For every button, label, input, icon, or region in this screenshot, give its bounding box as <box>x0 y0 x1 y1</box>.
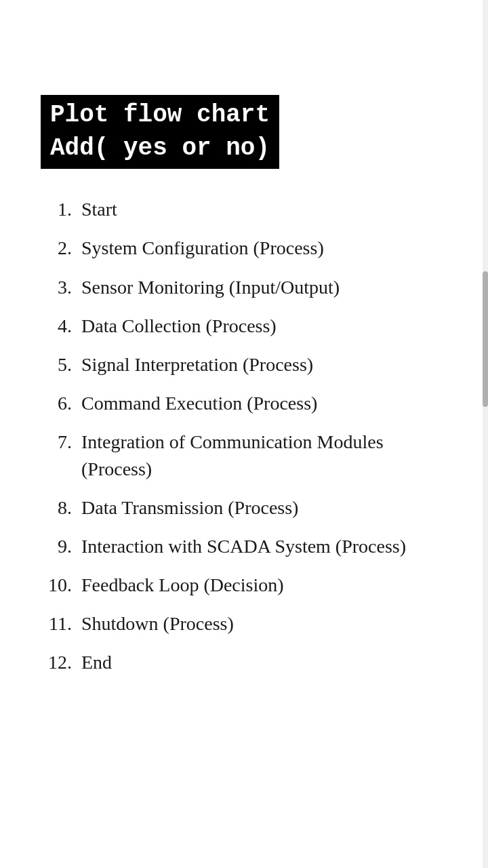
list-item: 5.Signal Interpretation (Process) <box>41 351 447 378</box>
item-number: 8. <box>41 494 81 521</box>
item-text: End <box>81 649 447 675</box>
item-number: 11. <box>41 610 81 637</box>
item-number: 12. <box>41 649 81 675</box>
list-item: 8.Data Transmission (Process) <box>41 494 447 521</box>
list-item: 12.End <box>41 649 447 675</box>
item-number: 7. <box>41 429 81 455</box>
scrollbar[interactable] <box>483 0 488 868</box>
list-item: 3.Sensor Monitoring (Input/Output) <box>41 274 447 300</box>
title-line1: Plot flow chart <box>50 99 270 132</box>
item-text: Shutdown (Process) <box>81 610 447 637</box>
item-text: Command Execution (Process) <box>81 390 447 416</box>
list-item: 1.Start <box>41 196 447 222</box>
page-container: Plot flow chart Add( yes or no) 1.Start2… <box>0 0 488 868</box>
item-text: System Configuration (Process) <box>81 235 447 261</box>
item-number: 9. <box>41 533 81 559</box>
scrollbar-thumb <box>483 271 488 407</box>
list-item: 10.Feedback Loop (Decision) <box>41 572 447 598</box>
list-item: 4.Data Collection (Process) <box>41 313 447 339</box>
item-number: 5. <box>41 351 81 378</box>
item-text: Sensor Monitoring (Input/Output) <box>81 274 447 300</box>
items-list: 1.Start2.System Configuration (Process)3… <box>41 196 447 675</box>
item-number: 4. <box>41 313 81 339</box>
list-item: 2.System Configuration (Process) <box>41 235 447 261</box>
item-text: Integration of Communication Modules (Pr… <box>81 429 447 481</box>
item-number: 10. <box>41 572 81 598</box>
item-number: 6. <box>41 390 81 416</box>
list-item: 9.Interaction with SCADA System (Process… <box>41 533 447 559</box>
item-text: Data Collection (Process) <box>81 313 447 339</box>
list-item: 11.Shutdown (Process) <box>41 610 447 637</box>
list-item: 6.Command Execution (Process) <box>41 390 447 416</box>
item-text: Start <box>81 196 447 222</box>
title-block: Plot flow chart Add( yes or no) <box>41 95 279 169</box>
item-number: 1. <box>41 196 81 222</box>
item-text: Data Transmission (Process) <box>81 494 447 521</box>
list-item: 7.Integration of Communication Modules (… <box>41 429 447 481</box>
item-number: 3. <box>41 274 81 300</box>
item-text: Signal Interpretation (Process) <box>81 351 447 378</box>
item-text: Interaction with SCADA System (Process) <box>81 533 447 559</box>
item-text: Feedback Loop (Decision) <box>81 572 447 598</box>
title-line2: Add( yes or no) <box>50 132 270 165</box>
item-number: 2. <box>41 235 81 261</box>
